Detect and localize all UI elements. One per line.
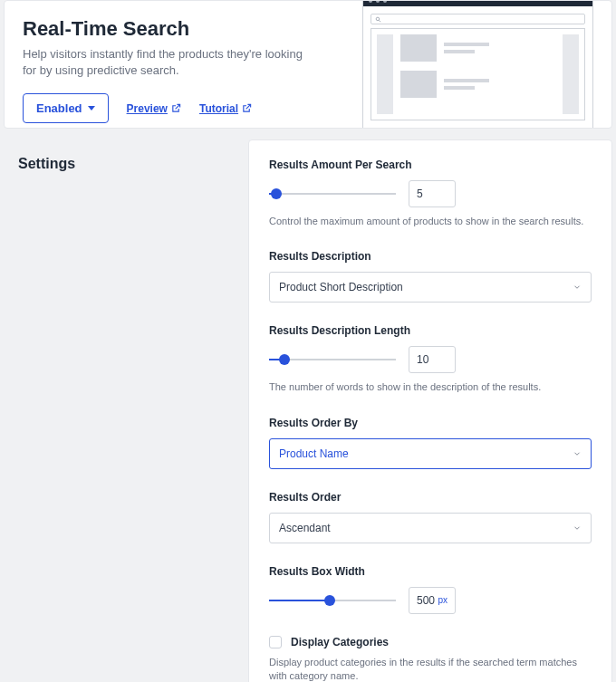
results-amount-input[interactable]: 5 (409, 180, 456, 207)
results-description-length-slider[interactable] (269, 353, 396, 366)
enabled-toggle-label: Enabled (36, 101, 82, 115)
settings-panel: Results Amount Per Search 5 Control the … (248, 139, 612, 682)
display-categories-checkbox[interactable] (269, 636, 282, 648)
field-label: Results Order By (269, 417, 592, 429)
header-actions: Enabled Preview Tutorial (23, 93, 344, 123)
results-amount-value: 5 (417, 187, 423, 200)
field-label: Results Box Width (269, 565, 592, 578)
preview-link-label: Preview (127, 102, 168, 115)
feature-header-card: Real-Time Search Help visitors instantly… (4, 0, 612, 129)
results-box-width-value: 500 (417, 594, 435, 607)
chevron-down-icon (573, 524, 582, 533)
field-results-box-width: Results Box Width 500 px (269, 565, 592, 614)
field-help: The number of words to show in the descr… (269, 380, 592, 394)
field-results-order-by: Results Order By Product Name (269, 417, 592, 469)
field-results-description-length: Results Description Length 10 The number… (269, 324, 592, 394)
enabled-toggle-button[interactable]: Enabled (23, 93, 109, 123)
results-description-length-value: 10 (417, 353, 428, 366)
settings-heading: Settings (18, 156, 234, 172)
preview-link[interactable]: Preview (127, 102, 181, 115)
page-title: Real-Time Search (23, 17, 344, 41)
chevron-down-icon (573, 449, 582, 458)
caret-down-icon (88, 106, 95, 110)
field-label: Results Order (269, 491, 592, 504)
results-order-select[interactable]: Ascendant (269, 513, 592, 543)
results-box-width-input[interactable]: 500 px (409, 587, 456, 614)
field-label: Results Amount Per Search (269, 158, 592, 171)
tutorial-link[interactable]: Tutorial (199, 102, 252, 115)
svg-point-0 (376, 17, 380, 21)
select-value: Product Short Description (279, 281, 403, 293)
field-results-description: Results Description Product Short Descri… (269, 250, 592, 303)
unit-label: px (438, 595, 448, 605)
field-label: Results Description (269, 250, 592, 263)
settings-section: Settings Results Amount Per Search 5 Con… (0, 139, 616, 682)
results-description-select[interactable]: Product Short Description (269, 272, 592, 303)
field-label: Results Description Length (269, 324, 592, 337)
settings-sidebar: Settings (4, 139, 248, 682)
field-results-order: Results Order Ascendant (269, 491, 592, 543)
preview-illustration (362, 0, 593, 129)
select-value: Product Name (279, 447, 349, 460)
checkbox-label: Display Categories (291, 636, 389, 648)
results-description-length-input[interactable]: 10 (409, 346, 456, 373)
search-icon (375, 16, 381, 23)
field-help: Display product categories in the result… (269, 656, 592, 682)
field-display-categories: Display Categories Display product categ… (269, 636, 592, 682)
feature-header-text: Real-Time Search Help visitors instantly… (23, 14, 344, 128)
page-description: Help visitors instantly find the product… (23, 46, 313, 79)
select-value: Ascendant (279, 522, 331, 534)
results-box-width-slider[interactable] (269, 594, 396, 607)
results-amount-slider[interactable] (269, 187, 396, 200)
svg-line-1 (379, 20, 380, 22)
tutorial-link-label: Tutorial (199, 102, 238, 115)
field-results-amount: Results Amount Per Search 5 Control the … (269, 158, 592, 228)
external-link-icon (242, 103, 252, 113)
field-help: Control the maximum amount of products t… (269, 215, 592, 228)
results-order-by-select[interactable]: Product Name (269, 438, 592, 469)
chevron-down-icon (573, 283, 582, 292)
external-link-icon (171, 103, 181, 113)
